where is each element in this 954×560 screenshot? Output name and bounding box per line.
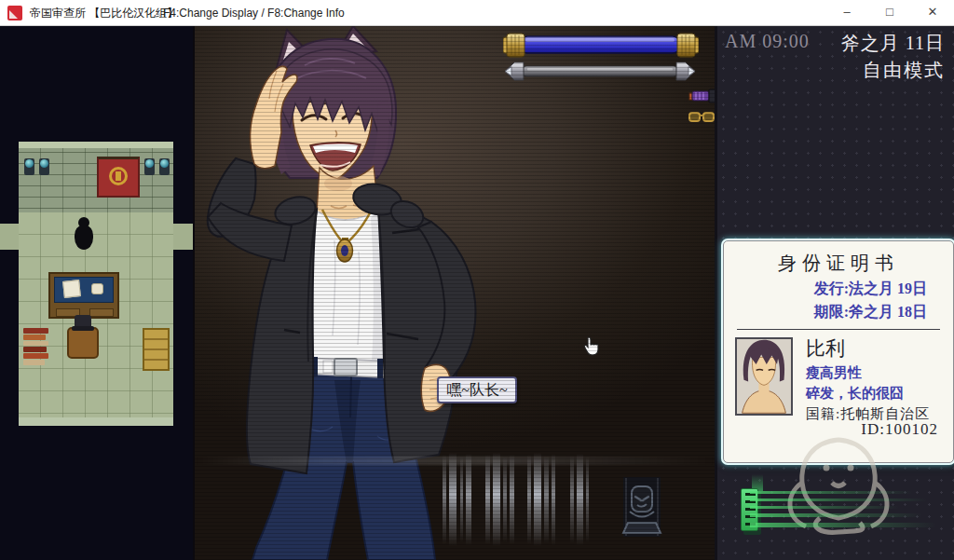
progress-streak [750,499,927,501]
id-photo [735,337,793,416]
close-button[interactable]: ✕ [911,0,954,26]
blue-gauge [503,34,699,57]
progress-streak [750,506,899,509]
minimap-panel [0,26,193,560]
id-name: 比利 [806,335,946,362]
game-date: 斧之月 11日 [841,31,945,56]
player-silhouette [73,217,95,251]
progress-streak [750,513,922,517]
map-desk [48,272,119,319]
glasses-icon[interactable] [688,109,715,124]
map-chair-npc [67,315,99,360]
banner-emblem [109,167,128,185]
demon-statue-icon[interactable] [620,476,664,541]
minimap [0,142,193,432]
maximize-button[interactable]: □ [868,0,911,26]
progress-streak [750,491,913,494]
minimize-button[interactable]: – [825,0,868,26]
torch-icon [159,158,170,175]
id-hair-desc: 碎发，长的很囧 [806,385,946,403]
progress-streak [750,523,936,527]
torch-icon [39,158,49,175]
id-card-divider [737,329,940,330]
map-bookstack [23,328,48,365]
id-card: 身份证明书 发行:法之月 19日 期限:斧之月 18日 [723,240,954,463]
map-crate [143,328,170,371]
id-issue-date: 发行:法之月 19日 [724,280,953,299]
app-icon [7,6,22,20]
wall-banner [97,157,140,198]
map-corridor-right [173,224,193,250]
window-title: 帝国审查所 【巴比伦汉化组】 [30,0,178,26]
id-number: ID:100102 [861,420,938,439]
map-wall [19,142,173,212]
window-hint: F4:Change Display / F8:Change Info [163,0,345,26]
game-window: 帝国审查所 【巴比伦汉化组】 F4:Change Display / F8:Ch… [0,0,954,560]
map-wall-top [19,142,173,148]
id-card-title: 身份证明书 [724,251,953,276]
map-floor-edge [19,417,173,426]
game-mode: 自由模式 [863,58,945,83]
hud-gauges [503,31,699,85]
id-build: 瘦高男性 [806,364,946,382]
torch-icon [144,158,155,175]
titlebar: 帝国审查所 【巴比伦汉化组】 F4:Change Display / F8:Ch… [0,0,954,26]
dialogue-bubble[interactable]: 嘿~队长~ [437,376,517,403]
scene-panel: 嘿~队长~ [193,26,715,560]
hand-cursor [583,336,602,359]
id-expire-date: 期限:斧之月 18日 [724,303,953,322]
purple-vial-icon[interactable] [688,88,716,104]
silver-gauge [505,62,695,80]
map-corridor-left [0,224,19,250]
progress-widget [741,480,936,538]
game-area: 嘿~队长~ [0,26,954,560]
torch-icon [24,158,34,175]
clock-time: AM 09:00 [725,31,810,51]
light-streaks [437,453,628,546]
info-panel: AM 09:00 斧之月 11日 自由模式 身份证明书 发行:法之月 19日 期… [715,26,954,560]
